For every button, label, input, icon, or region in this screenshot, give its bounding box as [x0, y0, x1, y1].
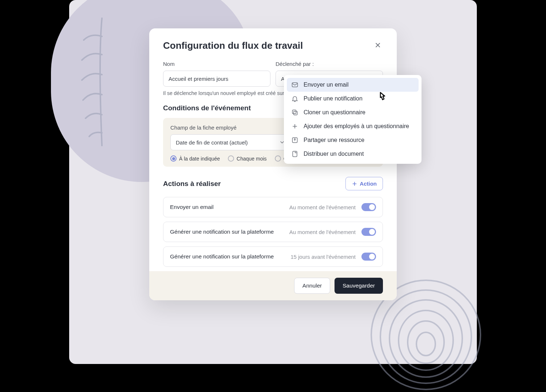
svg-rect-10	[293, 151, 297, 157]
background: Configuration du flux de travail Nom Déc…	[69, 0, 477, 364]
bell-icon	[291, 95, 298, 102]
share-icon	[291, 136, 298, 144]
cancel-button[interactable]: Annuler	[294, 278, 330, 294]
dropdown-item-email[interactable]: Envoyer un email	[287, 78, 419, 92]
trigger-label: Déclenché par :	[276, 61, 383, 67]
action-label: Envoyer un email	[170, 204, 214, 210]
modal-footer: Annuler Sauvegarder	[149, 271, 397, 300]
action-toggle[interactable]	[361, 203, 376, 211]
svg-point-2	[389, 300, 462, 377]
action-timing: Au moment de l'événement	[289, 229, 356, 235]
plus-icon	[291, 123, 298, 130]
svg-rect-7	[294, 111, 297, 115]
name-label: Nom	[163, 61, 270, 67]
svg-rect-8	[292, 110, 296, 114]
modal-title: Configuration du flux de travail	[163, 40, 303, 51]
action-toggle[interactable]	[361, 228, 376, 236]
svg-point-4	[408, 321, 444, 363]
svg-point-1	[380, 290, 471, 383]
copy-icon	[291, 109, 298, 116]
save-button[interactable]: Sauvegarder	[335, 278, 383, 294]
dropdown-item-distribute[interactable]: Distribuer un document	[287, 147, 419, 161]
decor-leaf	[76, 15, 127, 149]
mail-icon	[291, 81, 298, 88]
action-row: Générer une notification sur la platefor…	[163, 222, 383, 242]
svg-point-5	[416, 332, 435, 356]
employee-field-select[interactable]: Date de fin de contrat (actuel)	[170, 134, 290, 150]
dropdown-item-notification[interactable]: Publier une notification	[287, 92, 419, 106]
radio-icon	[275, 155, 281, 162]
radio-at-date[interactable]: À la date indiquée	[170, 155, 220, 162]
action-row: Générer une notification sur la platefor…	[163, 246, 383, 267]
close-button[interactable]	[373, 40, 383, 51]
action-row: Envoyer un email Au moment de l'événemen…	[163, 197, 383, 217]
radio-each-month[interactable]: Chaque mois	[228, 155, 267, 162]
dropdown-item-share[interactable]: Partager une ressource	[287, 133, 419, 147]
close-icon	[374, 41, 381, 49]
action-label: Générer une notification sur la platefor…	[170, 229, 274, 235]
radio-icon	[228, 155, 234, 162]
document-icon	[291, 150, 298, 158]
action-timing: Au moment de l'événement	[289, 204, 356, 210]
name-input[interactable]	[163, 71, 270, 87]
dropdown-item-add-employees[interactable]: Ajouter des employés à un questionnaire	[287, 119, 419, 133]
workflow-config-modal: Configuration du flux de travail Nom Déc…	[149, 28, 397, 300]
plus-icon	[352, 181, 357, 187]
radio-checked-icon	[170, 155, 177, 162]
field-label: Champ de la fiche employé	[170, 124, 290, 131]
svg-point-3	[399, 310, 453, 370]
action-toggle[interactable]	[361, 253, 376, 261]
add-action-button[interactable]: Action	[345, 177, 383, 190]
action-dropdown: Envoyer un email Publier une notificatio…	[284, 75, 422, 164]
action-label: Générer une notification sur la platefor…	[170, 253, 274, 260]
action-timing: 15 jours avant l'événement	[290, 254, 356, 260]
actions-title: Actions à réaliser	[163, 180, 221, 188]
dropdown-item-clone[interactable]: Cloner un questionnaire	[287, 106, 419, 119]
